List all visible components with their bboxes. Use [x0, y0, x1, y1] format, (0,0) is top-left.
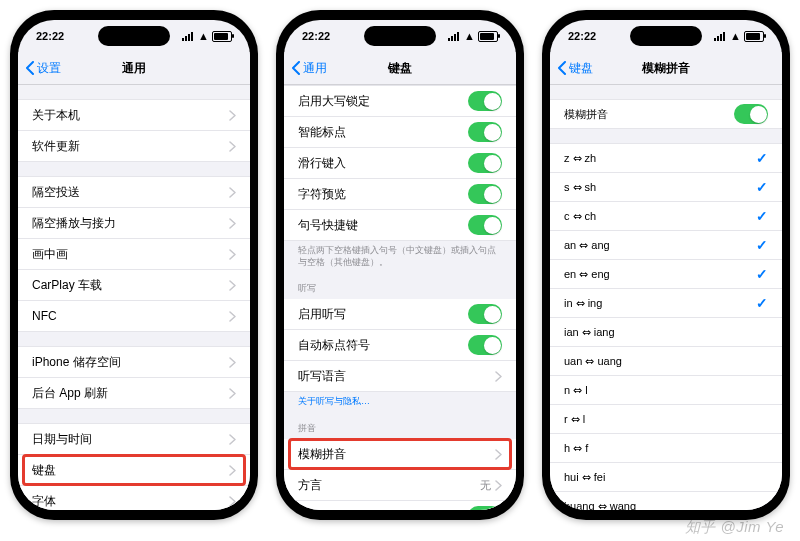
- row-label: 智能标点: [298, 124, 346, 141]
- settings-row[interactable]: 隔空播放与接力: [18, 208, 250, 239]
- settings-row[interactable]: ian ⇔ iang: [550, 318, 782, 347]
- settings-row[interactable]: 模糊拼音: [550, 99, 782, 129]
- settings-row[interactable]: iPhone 储存空间: [18, 346, 250, 378]
- settings-row[interactable]: an ⇔ ang✓: [550, 231, 782, 260]
- row-label: iPhone 储存空间: [32, 354, 121, 371]
- battery-icon: [478, 31, 498, 42]
- row-label: 启用大写锁定: [298, 93, 370, 110]
- chevron-right-icon: [229, 280, 236, 291]
- battery-icon: [744, 31, 764, 42]
- settings-row[interactable]: 智能标点: [284, 117, 516, 148]
- settings-row[interactable]: hui ⇔ fei: [550, 463, 782, 492]
- row-label: 启用听写: [298, 306, 346, 323]
- clock: 22:22: [36, 30, 64, 42]
- row-label: 模糊拼音: [298, 446, 346, 463]
- checkmark-icon: ✓: [756, 266, 768, 282]
- settings-row[interactable]: 方言无: [284, 470, 516, 501]
- settings-list[interactable]: 关于本机软件更新隔空投送隔空播放与接力画中画CarPlay 车载NFCiPhon…: [18, 85, 250, 510]
- settings-row[interactable]: 启用大写锁定: [284, 85, 516, 117]
- settings-row[interactable]: r ⇔ l: [550, 405, 782, 434]
- settings-row[interactable]: huang ⇔ wang: [550, 492, 782, 510]
- settings-row[interactable]: h ⇔ f: [550, 434, 782, 463]
- switch[interactable]: [468, 506, 502, 510]
- settings-row[interactable]: z ⇔ zh✓: [550, 143, 782, 173]
- switch[interactable]: [468, 335, 502, 355]
- switch[interactable]: [468, 184, 502, 204]
- row-label: hui ⇔ fei: [564, 471, 605, 484]
- settings-row[interactable]: 软件更新: [18, 131, 250, 162]
- wifi-icon: ▲: [198, 30, 209, 42]
- back-button-keyboard[interactable]: 键盘: [556, 60, 593, 77]
- row-label: n ⇔ l: [564, 384, 588, 397]
- settings-row[interactable]: n ⇔ l: [550, 376, 782, 405]
- row-label: NFC: [32, 309, 57, 323]
- row-label: 画中画: [32, 246, 68, 263]
- settings-row[interactable]: CarPlay 车载: [18, 270, 250, 301]
- chevron-right-icon: [229, 357, 236, 368]
- back-button-general[interactable]: 通用: [290, 60, 327, 77]
- settings-row[interactable]: NFC: [18, 301, 250, 332]
- settings-row[interactable]: 字体: [18, 486, 250, 510]
- row-label: 软件更新: [32, 138, 80, 155]
- row-label: in ⇔ ing: [564, 297, 602, 310]
- settings-row[interactable]: en ⇔ eng✓: [550, 260, 782, 289]
- back-button-settings[interactable]: 设置: [24, 60, 61, 77]
- settings-row[interactable]: 滑行键入: [284, 148, 516, 179]
- section-footer-link[interactable]: 关于听写与隐私…: [284, 392, 516, 408]
- settings-row[interactable]: 关于本机: [18, 99, 250, 131]
- settings-row[interactable]: 听写语言: [284, 361, 516, 392]
- settings-row[interactable]: c ⇔ ch✓: [550, 202, 782, 231]
- chevron-right-icon: [495, 449, 502, 460]
- fuzzy-pinyin-list[interactable]: 模糊拼音z ⇔ zh✓s ⇔ sh✓c ⇔ ch✓an ⇔ ang✓en ⇔ e…: [550, 85, 782, 510]
- chevron-right-icon: [229, 141, 236, 152]
- settings-row[interactable]: 启用听写: [284, 299, 516, 330]
- row-label: en ⇔ eng: [564, 268, 610, 281]
- settings-row[interactable]: 自动标点符号: [284, 330, 516, 361]
- switch[interactable]: [468, 304, 502, 324]
- settings-row[interactable]: s ⇔ sh✓: [550, 173, 782, 202]
- row-label: 日期与时间: [32, 431, 92, 448]
- row-label: 关于本机: [32, 107, 80, 124]
- switch[interactable]: [734, 104, 768, 124]
- settings-row[interactable]: 模糊拼音: [284, 439, 516, 470]
- row-label: 隔空播放与接力: [32, 215, 116, 232]
- iphone-frame: 22:22 ▲ 通用 键盘 启用大写锁定智能标点滑行键入字符预览句号快捷键轻点两…: [276, 10, 524, 520]
- switch[interactable]: [468, 122, 502, 142]
- checkmark-icon: ✓: [756, 150, 768, 166]
- cell-signal-icon: [448, 32, 461, 41]
- row-label: ian ⇔ iang: [564, 326, 615, 339]
- settings-row[interactable]: 字符预览: [284, 179, 516, 210]
- row-label: r ⇔ l: [564, 413, 585, 426]
- page-title: 模糊拼音: [642, 60, 690, 77]
- row-value: 无: [480, 478, 491, 493]
- row-label: 方言: [298, 477, 322, 494]
- settings-row[interactable]: 空格键确认: [284, 501, 516, 510]
- settings-row[interactable]: uan ⇔ uang: [550, 347, 782, 376]
- settings-row[interactable]: 键盘: [18, 455, 250, 486]
- chevron-left-icon: [556, 61, 568, 75]
- checkmark-icon: ✓: [756, 295, 768, 311]
- navigation-bar: 通用 键盘: [284, 52, 516, 85]
- dynamic-island: [364, 26, 436, 46]
- switch[interactable]: [468, 91, 502, 111]
- row-label: z ⇔ zh: [564, 152, 596, 165]
- checkmark-icon: ✓: [756, 208, 768, 224]
- settings-row[interactable]: 后台 App 刷新: [18, 378, 250, 409]
- settings-row[interactable]: 日期与时间: [18, 423, 250, 455]
- battery-icon: [212, 31, 232, 42]
- section-header: 拼音: [284, 422, 516, 439]
- section-footer: 轻点两下空格键插入句号（中文键盘）或插入句点与空格（其他键盘）。: [284, 241, 516, 268]
- chevron-right-icon: [229, 434, 236, 445]
- settings-row[interactable]: 隔空投送: [18, 176, 250, 208]
- wifi-icon: ▲: [730, 30, 741, 42]
- page-title: 通用: [122, 60, 146, 77]
- settings-row[interactable]: 画中画: [18, 239, 250, 270]
- keyboard-settings-list[interactable]: 启用大写锁定智能标点滑行键入字符预览句号快捷键轻点两下空格键插入句号（中文键盘）…: [284, 85, 516, 510]
- switch[interactable]: [468, 215, 502, 235]
- row-label: CarPlay 车载: [32, 277, 102, 294]
- switch[interactable]: [468, 153, 502, 173]
- row-label: huang ⇔ wang: [564, 500, 636, 511]
- row-label: s ⇔ sh: [564, 181, 596, 194]
- settings-row[interactable]: in ⇔ ing✓: [550, 289, 782, 318]
- settings-row[interactable]: 句号快捷键: [284, 210, 516, 241]
